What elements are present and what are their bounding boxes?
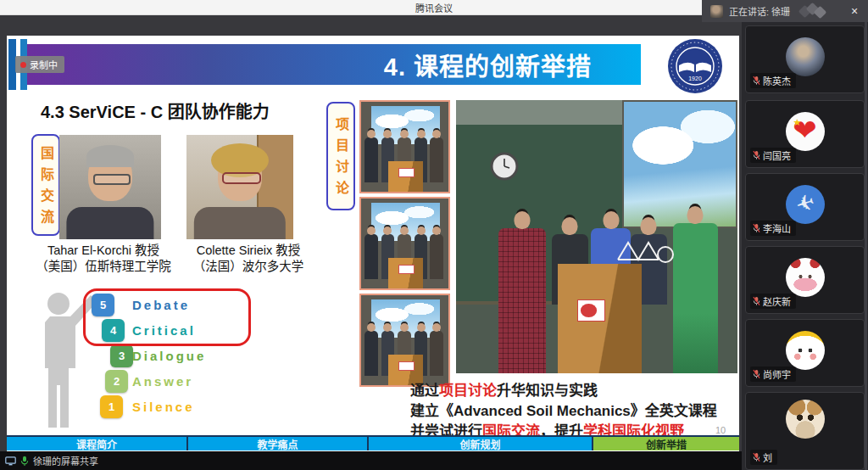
podium-sticker bbox=[577, 299, 605, 322]
ladder-step-label: Dialogue bbox=[132, 349, 206, 363]
portrait-face bbox=[218, 150, 262, 201]
mic-muted-icon bbox=[753, 369, 760, 379]
portrait-face bbox=[88, 150, 132, 201]
portrait-body bbox=[66, 207, 153, 239]
portrait-body bbox=[194, 207, 286, 239]
speaker-avatar bbox=[710, 5, 723, 18]
participant-avatar bbox=[786, 112, 825, 151]
participant-name: 陈英杰 bbox=[763, 74, 791, 87]
ladder-step-square: 1 bbox=[100, 395, 123, 418]
mic-muted-icon bbox=[753, 452, 760, 462]
participant-avatar bbox=[786, 258, 825, 297]
participant-avatar bbox=[786, 331, 825, 370]
participant-name-tag: 尚师宇 bbox=[750, 366, 796, 382]
active-speaker-banner: 正在讲话: 徐珊 × bbox=[702, 0, 868, 22]
student-figure bbox=[430, 234, 442, 279]
tab-teaching-pain-points: 教学痛点 bbox=[188, 437, 369, 450]
professor-affiliation: （法国）波尔多大学 bbox=[178, 259, 319, 275]
mic-muted-icon bbox=[753, 296, 760, 306]
recording-indicator[interactable]: 录制中 bbox=[15, 56, 64, 73]
window-title: 腾讯会议 bbox=[415, 1, 453, 14]
screen-share-icon bbox=[5, 456, 16, 466]
ladder-step-label: Answer bbox=[132, 374, 193, 389]
tab-course-intro: 课程简介 bbox=[7, 437, 188, 450]
classroom-photo-small-2 bbox=[359, 197, 450, 290]
tag-project-discussion: 项目讨论 bbox=[326, 102, 355, 210]
meeting-logo-watermark-icon bbox=[800, 3, 829, 19]
professor-caption-colette: Colette Sirieix 教授 （法国）波尔多大学 bbox=[178, 243, 319, 275]
presentation-slide: 4. 课程的创新举措 1920 4.3 SerViCE - C 团队协作能力 国… bbox=[7, 36, 739, 451]
participant-name: 刘 bbox=[763, 450, 772, 464]
participant-name: 尚师宇 bbox=[763, 367, 791, 381]
tab-innovation-plan: 创新规划 bbox=[369, 437, 593, 450]
mic-muted-icon bbox=[753, 223, 760, 233]
slide-title-banner: 4. 课程的创新举措 bbox=[27, 44, 641, 85]
share-status-bar: 徐珊的屏幕共享 bbox=[0, 451, 742, 470]
tab-innovation-measures: 创新举措 bbox=[593, 437, 739, 450]
student-figure bbox=[498, 228, 546, 373]
summary-line-1: 通过项目讨论升华知识与实践 bbox=[410, 381, 737, 401]
university-seal-logo: 1920 bbox=[666, 37, 724, 95]
student-figure bbox=[364, 331, 377, 376]
mic-muted-icon bbox=[753, 76, 760, 86]
screen-share-area: 录制中 4. 课程的创新举措 1920 4.3 SerViCE - C 团队协作… bbox=[0, 15, 742, 451]
participants-sidebar: 陈英杰 闫国亮 李海山 赵庆新 尚师宇 刘 bbox=[742, 22, 868, 470]
slide-page-number: 10 bbox=[715, 425, 726, 435]
wall-clock-icon bbox=[490, 152, 519, 181]
slide-tab-bar: 课程简介 教学痛点 创新规划 创新举措 bbox=[7, 435, 739, 450]
truss-model bbox=[616, 234, 677, 265]
participant-avatar bbox=[786, 185, 825, 224]
mic-muted-icon bbox=[753, 150, 760, 160]
participant-tile-1[interactable]: 陈英杰 bbox=[745, 25, 865, 93]
classroom-photo-small-3 bbox=[359, 294, 450, 387]
app-window: { "window": { "title": "腾讯会议" }, "speake… bbox=[0, 0, 868, 470]
participant-name-tag: 陈英杰 bbox=[750, 73, 796, 88]
projector-screen bbox=[622, 100, 737, 228]
summary-line-2: 建立《Advanced Soil Mechanics》全英文课程 bbox=[410, 401, 737, 422]
podium bbox=[388, 258, 423, 288]
participant-tile-4[interactable]: 赵庆新 bbox=[745, 246, 865, 314]
participant-name-tag: 闫国亮 bbox=[750, 148, 796, 163]
student-figure bbox=[430, 331, 442, 376]
podium bbox=[388, 161, 423, 192]
tag-international-exchange: 国际交流 bbox=[31, 134, 60, 236]
professor-name: Tahar El-Korchi 教授 bbox=[19, 243, 188, 259]
professor-affiliation: （美国）伍斯特理工学院 bbox=[19, 259, 188, 275]
participant-tile-3[interactable]: 李海山 bbox=[745, 173, 865, 241]
ladder-step-square: 2 bbox=[105, 370, 128, 393]
recording-dot-icon bbox=[20, 62, 26, 68]
slide-summary-text: 通过项目讨论升华知识与实践 建立《Advanced Soil Mechanics… bbox=[410, 381, 737, 442]
highlight-frame bbox=[83, 288, 251, 346]
slide-subtitle: 4.3 SerViCE - C 团队协作能力 bbox=[41, 98, 270, 123]
participant-name: 赵庆新 bbox=[763, 294, 791, 308]
participant-tile-5[interactable]: 尚师宇 bbox=[745, 319, 865, 387]
close-icon[interactable]: × bbox=[846, 0, 863, 22]
professor-name: Colette Sirieix 教授 bbox=[178, 243, 319, 259]
slide-title: 4. 课程的创新举措 bbox=[384, 47, 592, 82]
professor-photo-tahar bbox=[59, 135, 161, 239]
classroom-photo-small-1 bbox=[359, 100, 450, 193]
active-speaker-label: 正在讲话: 徐珊 bbox=[729, 4, 790, 18]
student-figure bbox=[430, 137, 442, 182]
participant-name: 闫国亮 bbox=[763, 148, 791, 162]
participant-tile-2[interactable]: 闫国亮 bbox=[745, 100, 865, 168]
participant-avatar bbox=[786, 37, 825, 76]
logo-year: 1920 bbox=[688, 76, 702, 81]
participant-name: 李海山 bbox=[763, 221, 791, 235]
student-figure bbox=[364, 137, 377, 182]
participant-name-tag: 赵庆新 bbox=[750, 294, 796, 309]
professor-caption-tahar: Tahar El-Korchi 教授 （美国）伍斯特理工学院 bbox=[19, 243, 188, 275]
student-figure bbox=[364, 234, 377, 279]
ladder-step-label: Silence bbox=[132, 400, 195, 414]
classroom-photo-large bbox=[456, 100, 737, 373]
participant-tile-6[interactable]: 刘 bbox=[745, 392, 865, 470]
sidebar-scrollbar[interactable] bbox=[865, 22, 867, 470]
participant-name-tag: 刘 bbox=[750, 450, 777, 465]
participant-name-tag: 李海山 bbox=[750, 221, 796, 236]
participant-avatar bbox=[786, 400, 825, 439]
presenter-mic-icon bbox=[20, 456, 29, 467]
share-status-label: 徐珊的屏幕共享 bbox=[33, 454, 98, 467]
professor-photo-colette bbox=[186, 135, 293, 239]
recording-label: 录制中 bbox=[30, 58, 58, 71]
ladder-step-square: 3 bbox=[110, 344, 133, 367]
